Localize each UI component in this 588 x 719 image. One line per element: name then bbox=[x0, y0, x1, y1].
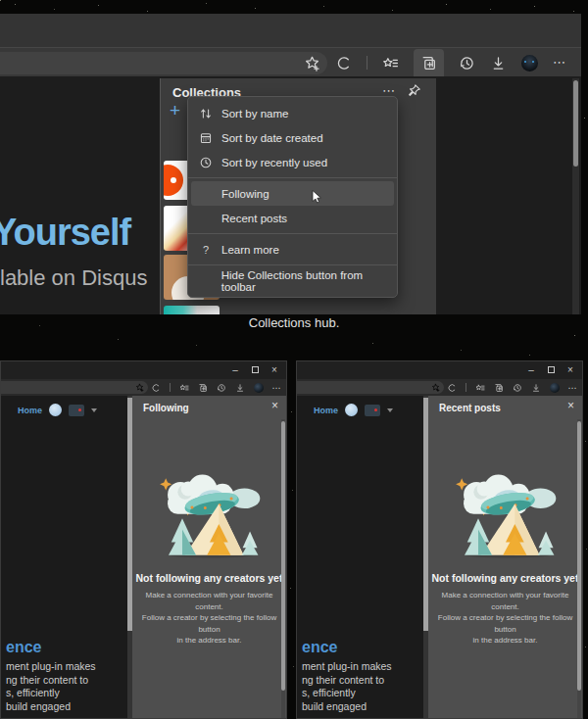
menu-item-learn-more[interactable]: ? Learn more bbox=[188, 237, 397, 262]
following-panel: Following × bbox=[132, 396, 286, 718]
extension-icon[interactable] bbox=[335, 55, 352, 72]
pin-icon[interactable] bbox=[407, 83, 421, 98]
menu-item-sort-by-name[interactable]: Sort by name bbox=[188, 101, 397, 125]
page-content: Home ence ment plug-in makes ng their co… bbox=[297, 396, 423, 718]
chevron-down-icon[interactable] bbox=[387, 408, 393, 412]
page-headline: Yourself bbox=[0, 212, 130, 254]
download-icon[interactable] bbox=[531, 383, 541, 393]
mouse-cursor bbox=[312, 190, 323, 208]
close-icon[interactable]: × bbox=[271, 399, 278, 412]
add-favorite-icon bbox=[431, 383, 440, 392]
menu-divider bbox=[188, 264, 397, 265]
page-text-fragment: ment plug-in makes ng their content to s… bbox=[302, 660, 392, 713]
collections-icon[interactable] bbox=[198, 383, 208, 393]
site-thumbnail[interactable] bbox=[365, 405, 380, 416]
question-icon: ? bbox=[198, 242, 214, 258]
close-icon[interactable]: × bbox=[267, 361, 282, 379]
close-icon[interactable]: × bbox=[563, 361, 578, 379]
address-bar[interactable] bbox=[0, 52, 327, 74]
sort-arrows-icon bbox=[198, 106, 214, 121]
panel-scrollbar[interactable] bbox=[577, 419, 581, 718]
favorites-icon[interactable] bbox=[382, 55, 399, 72]
chevron-down-icon[interactable] bbox=[91, 408, 97, 412]
menu-divider bbox=[188, 233, 397, 234]
browser-window-main: ⋯ Yourself lable on Disqus Collections ⋯… bbox=[0, 14, 581, 314]
site-avatar[interactable] bbox=[345, 404, 358, 416]
menu-item-hide-collections[interactable]: Hide Collections button from toolbar bbox=[188, 268, 397, 293]
empty-state-illustration bbox=[155, 455, 265, 568]
empty-state-illustration bbox=[451, 455, 561, 568]
menu-item-following[interactable]: Following bbox=[191, 181, 394, 206]
download-icon[interactable] bbox=[235, 383, 245, 393]
browser-window-following: – × ⋯ Home bbox=[0, 360, 287, 719]
toolbar-divider bbox=[367, 56, 368, 70]
history-icon[interactable] bbox=[217, 383, 226, 393]
browser-toolbar: ⋯ bbox=[297, 379, 582, 396]
profile-avatar[interactable] bbox=[550, 383, 560, 393]
screenshot-stage: ⋯ Yourself lable on Disqus Collections ⋯… bbox=[0, 0, 588, 719]
recent-posts-panel: Recent posts × bbox=[428, 396, 582, 718]
favorites-icon[interactable] bbox=[179, 383, 189, 393]
window-title-bar: – × bbox=[1, 361, 286, 379]
address-bar[interactable] bbox=[1, 381, 148, 394]
tab-strip[interactable] bbox=[0, 14, 581, 47]
toolbar-divider bbox=[466, 383, 466, 392]
figure-caption: Collections hub. bbox=[0, 315, 588, 330]
maximize-icon[interactable] bbox=[247, 361, 263, 379]
profile-avatar[interactable] bbox=[521, 55, 538, 72]
menu-item-sort-by-date[interactable]: Sort by date created bbox=[188, 125, 397, 150]
calendar-icon bbox=[198, 130, 214, 146]
empty-state-description: Make a connection with your favorite con… bbox=[132, 590, 286, 647]
settings-more-icon[interactable]: ⋯ bbox=[553, 58, 566, 68]
panel-scrollbar[interactable] bbox=[281, 419, 285, 718]
page-subheadline: lable on Disqus bbox=[0, 265, 147, 291]
favorites-icon[interactable] bbox=[475, 383, 485, 393]
menu-item-sort-by-recent[interactable]: Sort by recently used bbox=[188, 150, 397, 174]
maximize-icon[interactable] bbox=[543, 361, 559, 379]
history-icon[interactable] bbox=[459, 55, 475, 72]
browser-toolbar: ⋯ bbox=[0, 47, 581, 76]
site-avatar[interactable] bbox=[49, 404, 62, 416]
panel-title: Recent posts bbox=[439, 403, 501, 413]
home-link[interactable]: Home bbox=[314, 406, 338, 415]
page-heading-fragment: ence bbox=[6, 639, 41, 656]
extension-icon[interactable] bbox=[447, 383, 457, 393]
menu-item-recent-posts[interactable]: Recent posts bbox=[188, 206, 397, 230]
collection-thumbnail[interactable] bbox=[164, 306, 220, 314]
settings-more-icon[interactable]: ⋯ bbox=[272, 385, 282, 391]
window-title-bar: – × bbox=[297, 361, 582, 379]
empty-state-description: Make a connection with your favorite con… bbox=[428, 590, 582, 647]
page-content: Home ence ment plug-in makes ng their co… bbox=[1, 396, 127, 718]
new-collection-button[interactable]: + bbox=[170, 101, 180, 120]
menu-divider bbox=[188, 177, 397, 178]
page-heading-fragment: ence bbox=[302, 639, 337, 656]
add-favorite-icon bbox=[135, 383, 144, 392]
toolbar-divider bbox=[170, 383, 171, 392]
profile-avatar[interactable] bbox=[254, 383, 264, 393]
home-link[interactable]: Home bbox=[18, 406, 42, 415]
panel-title: Following bbox=[143, 403, 189, 413]
collections-panel: Collections ⋯ + Sort by name Sort by dat… bbox=[160, 78, 436, 314]
close-icon[interactable]: × bbox=[567, 399, 574, 412]
collections-context-menu: Sort by name Sort by date created Sort b… bbox=[187, 96, 398, 298]
browser-window-recent-posts: – × ⋯ Home bbox=[296, 360, 583, 719]
collections-button[interactable] bbox=[414, 49, 444, 79]
minimize-icon[interactable]: – bbox=[523, 361, 539, 379]
extension-icon[interactable] bbox=[151, 383, 161, 393]
browser-toolbar: ⋯ bbox=[1, 379, 286, 396]
minimize-icon[interactable]: – bbox=[227, 361, 243, 379]
clock-icon bbox=[198, 155, 214, 170]
download-icon[interactable] bbox=[490, 55, 507, 72]
settings-more-icon[interactable]: ⋯ bbox=[568, 385, 578, 391]
add-favorite-icon[interactable] bbox=[304, 55, 320, 72]
page-scrollbar[interactable] bbox=[572, 78, 579, 314]
site-thumbnail[interactable] bbox=[69, 405, 84, 416]
empty-state-title: Not following any creators yet bbox=[132, 572, 286, 584]
address-bar[interactable] bbox=[297, 381, 444, 394]
empty-state-title: Not following any creators yet bbox=[428, 572, 582, 584]
collections-icon[interactable] bbox=[494, 383, 504, 393]
page-text-fragment: ment plug-in makes ng their content to s… bbox=[6, 660, 96, 713]
history-icon[interactable] bbox=[513, 383, 522, 393]
